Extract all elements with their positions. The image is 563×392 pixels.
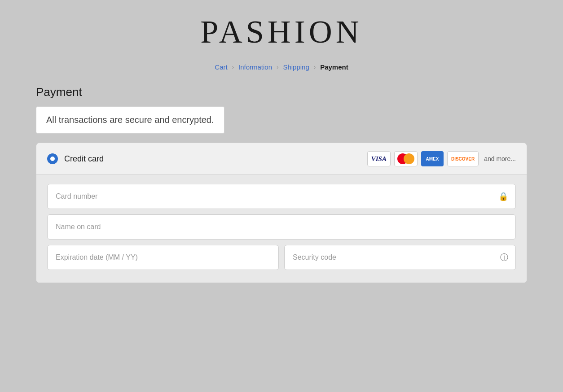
secure-banner: All transactions are secure and encrypte… [36, 106, 224, 134]
credit-card-left: Credit card [47, 153, 104, 164]
breadcrumb: Cart › Information › Shipping › Payment [215, 63, 348, 71]
logo-container: PASHION [200, 13, 362, 51]
breadcrumb-information[interactable]: Information [238, 63, 272, 71]
form-fields: 🔒 ⓘ [36, 175, 527, 283]
main-content: Payment All transactions are secure and … [36, 85, 527, 283]
credit-card-radio[interactable] [47, 153, 58, 164]
breadcrumb-separator-1: › [232, 64, 234, 70]
breadcrumb-cart[interactable]: Cart [215, 63, 227, 71]
card-number-wrapper: 🔒 [47, 184, 516, 209]
name-on-card-input[interactable] [48, 215, 515, 239]
lock-icon: 🔒 [498, 192, 508, 201]
mastercard-logo [394, 151, 418, 166]
expiration-input[interactable] [48, 245, 278, 270]
page-wrapper: PASHION Cart › Information › Shipping › … [0, 0, 563, 283]
breadcrumb-separator-2: › [277, 64, 278, 70]
brand-logo: PASHION [200, 13, 362, 51]
credit-card-header: Credit card VISA AMEX DISCOVER [36, 143, 527, 175]
payment-section: Credit card VISA AMEX DISCOVER [36, 143, 527, 283]
card-number-input[interactable] [48, 184, 515, 209]
breadcrumb-payment: Payment [320, 63, 348, 71]
secure-banner-text: All transactions are secure and encrypte… [46, 115, 214, 125]
breadcrumb-shipping[interactable]: Shipping [283, 63, 309, 71]
amex-logo: AMEX [421, 151, 444, 166]
help-icon[interactable]: ⓘ [500, 252, 508, 263]
security-code-input[interactable] [285, 245, 515, 270]
expiration-wrapper [47, 245, 279, 270]
credit-card-label: Credit card [64, 154, 104, 164]
bottom-fields-row: ⓘ [47, 245, 516, 270]
page-title: Payment [36, 85, 527, 99]
visa-logo: VISA [367, 151, 391, 166]
name-on-card-wrapper [47, 214, 516, 240]
mastercard-orange-circle [404, 153, 414, 164]
card-logos: VISA AMEX DISCOVER and more... [367, 151, 516, 166]
discover-logo: DISCOVER [447, 151, 479, 166]
and-more-text: and more... [484, 155, 516, 162]
breadcrumb-separator-3: › [314, 64, 316, 70]
security-code-wrapper: ⓘ [284, 245, 516, 270]
